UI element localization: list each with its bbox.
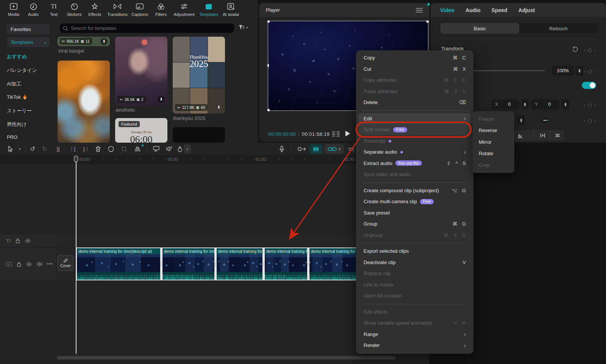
auto-split-button[interactable] <box>309 144 323 154</box>
sidebar-item-mens[interactable]: 男性向け <box>7 121 27 128</box>
sidebar-item-valentine[interactable]: バレンタイン <box>7 67 37 74</box>
play-icon[interactable] <box>345 130 351 137</box>
submenu-item-freeze[interactable]: Freeze <box>473 113 514 125</box>
cover-button[interactable]: Cover <box>58 255 73 271</box>
scale-stepper[interactable]: ▲▼ <box>576 66 583 76</box>
tab-text[interactable]: TI Text <box>44 2 64 17</box>
sidebar-item-ai-kakou[interactable]: AI加工 <box>7 81 21 87</box>
menu-item-open-file-location[interactable]: Open file location <box>358 290 471 302</box>
menu-item-range[interactable]: Range› <box>358 329 471 340</box>
speaker-icon[interactable] <box>37 262 42 266</box>
resize-handle-left[interactable] <box>267 64 269 67</box>
template-card-featured[interactable]: Featured Tuesday, 06 Jun 06:00 <box>115 118 167 143</box>
menu-item-copy[interactable]: Copy⌘ C <box>358 52 471 64</box>
align-bottom-icon[interactable] <box>517 133 523 138</box>
template-card-aesthetic[interactable]: ✂36.5K ▦2 ⬇ <box>115 37 167 106</box>
menu-item-paste-attributes[interactable]: Paste attributes⌘ ⇧ V <box>358 86 471 97</box>
timeline-clip[interactable]: demo internal training for rimo(descript… <box>265 248 307 280</box>
x-stepper[interactable]: ▲▼ <box>521 100 529 109</box>
template-card-thankyou[interactable]: ThankYou 2025 ✂117.8K ▦40 ⬇ <box>173 37 225 114</box>
submenu-item-rotate[interactable]: Rotate <box>473 148 514 160</box>
menu-item-show-variable-speed[interactable]: Show variable speed animation⌥ K <box>358 317 471 329</box>
template-card-cat[interactable] <box>58 61 110 143</box>
keyframe-controls[interactable]: ‹› <box>584 118 596 124</box>
reset-icon[interactable] <box>572 47 578 52</box>
menu-item-copy-attributes[interactable]: Copy attributes⌘ ⇧ C <box>358 75 471 86</box>
playhead[interactable] <box>76 156 77 354</box>
redo-icon[interactable]: ↻ <box>40 143 49 155</box>
align-lines-icon[interactable] <box>555 133 560 138</box>
template-card-viral-banget[interactable]: ✂956.1K ▦11 ⬇ <box>58 37 110 46</box>
rotation-dial[interactable] <box>541 116 549 124</box>
download-icon[interactable]: ⬇ <box>100 38 108 45</box>
filter-button[interactable]: ▾ <box>239 25 248 30</box>
tab-speed[interactable]: Speed <box>492 7 508 13</box>
tab-audio[interactable]: Audio <box>23 2 43 17</box>
menu-item-delete[interactable]: Delete⌫ <box>358 97 471 108</box>
tab-ai-avatar[interactable]: AI avatar <box>221 2 241 17</box>
toggle-on[interactable] <box>582 82 596 89</box>
tab-stickers[interactable]: Stickers <box>64 2 84 17</box>
split-right-icon[interactable]: ]⋮ <box>81 143 91 155</box>
keyframe-controls[interactable]: ‹› <box>584 48 596 53</box>
scale-input[interactable]: 100% <box>552 66 574 76</box>
keyframe-controls[interactable]: ‹› <box>584 103 596 108</box>
resize-handle[interactable] <box>267 109 270 111</box>
sidebar-item-tiktok[interactable]: TikTok <box>7 94 27 100</box>
tab-filters[interactable]: Filters <box>151 2 171 17</box>
tab-effects[interactable]: Effects <box>85 2 105 17</box>
split-left-icon[interactable]: ⋮[ <box>67 143 77 155</box>
resize-handle[interactable] <box>267 20 270 23</box>
align-center-icon[interactable] <box>540 133 545 138</box>
clip-group[interactable]: demo internal training for rimo(descript… <box>76 247 364 280</box>
menu-item-edit-effects[interactable]: Edit effects <box>358 306 471 318</box>
menu-item-create-multicamera-clip[interactable]: Create multi-camera clipFree <box>358 196 471 207</box>
microphone-icon[interactable] <box>277 143 287 155</box>
tab-captions[interactable]: Captions <box>130 2 150 17</box>
playhead-head[interactable] <box>74 156 78 162</box>
tab-video[interactable]: Video <box>440 7 454 13</box>
y-input[interactable]: Y0 <box>531 100 559 109</box>
collapse-toolbar-button[interactable]: ‹ <box>184 145 191 153</box>
clip-tool-icon[interactable]: ⊏| <box>347 143 356 155</box>
hamburger-menu-icon[interactable] <box>416 8 423 12</box>
audio-add-icon[interactable] <box>164 143 174 155</box>
sidebar-item-templates[interactable]: Templates▴ <box>7 37 50 47</box>
download-icon[interactable]: ⬇ <box>215 104 222 111</box>
timeline-clip[interactable]: demo internal training for rimo(descript… <box>77 248 160 280</box>
x-input[interactable]: X0 <box>491 100 519 109</box>
y-stepper[interactable]: ▲▼ <box>562 100 569 109</box>
mask-icon[interactable] <box>106 143 116 155</box>
menu-item-group[interactable]: Group⌘ G <box>358 218 471 230</box>
tab-media[interactable]: Media <box>4 2 23 17</box>
sidebar-item-story[interactable]: ストーリー <box>7 107 32 114</box>
timeline-clip[interactable]: demo internal training for rimo(descript… <box>217 248 262 280</box>
menu-item-extract-audio[interactable]: Extract audiofree use this⇧ ^ S <box>358 158 471 169</box>
download-icon[interactable]: ⬇ <box>158 96 165 103</box>
menu-item-replace-clip[interactable]: Replace clip <box>358 268 471 279</box>
menu-item-link-to-media[interactable]: Link to media <box>358 279 471 291</box>
submenu-item-mirror[interactable]: Mirror <box>473 136 514 148</box>
tab-transitions[interactable]: Transitions <box>106 2 128 17</box>
color-drop-icon[interactable] <box>175 143 184 155</box>
delete-clip-icon[interactable] <box>93 143 103 155</box>
tab-adjustment[interactable]: Adjustment <box>173 2 195 17</box>
keyframe-controls[interactable]: ‹› <box>584 69 596 74</box>
menu-item-ungroup[interactable]: Ungroup⌘ ⇧ G <box>358 230 471 241</box>
crop-icon[interactable] <box>119 143 129 155</box>
sidebar-item-favorites[interactable]: Favorites <box>7 24 50 34</box>
menu-item-save-preset[interactable]: Save preset <box>358 207 471 219</box>
marker-icon[interactable] <box>296 143 308 155</box>
more-icon[interactable]: ••• <box>47 261 53 267</box>
resize-handle[interactable] <box>426 20 429 23</box>
smart-edit-icon[interactable] <box>151 143 161 155</box>
submenu-item-crop[interactable]: Crop <box>473 159 514 171</box>
cursor-tool-icon[interactable] <box>6 143 15 155</box>
menu-item-render[interactable]: Render› <box>358 340 471 351</box>
flip-icon[interactable] <box>132 143 143 155</box>
tab-adjust[interactable]: Adjust <box>519 7 535 13</box>
link-button[interactable]: ▾ <box>324 144 344 154</box>
horizontal-scrollbar[interactable] <box>57 356 396 359</box>
sidebar-item-osusume[interactable]: おすすめ <box>7 53 27 60</box>
timeline-clip[interactable]: demo internal training for rimo(descript… <box>162 248 214 280</box>
